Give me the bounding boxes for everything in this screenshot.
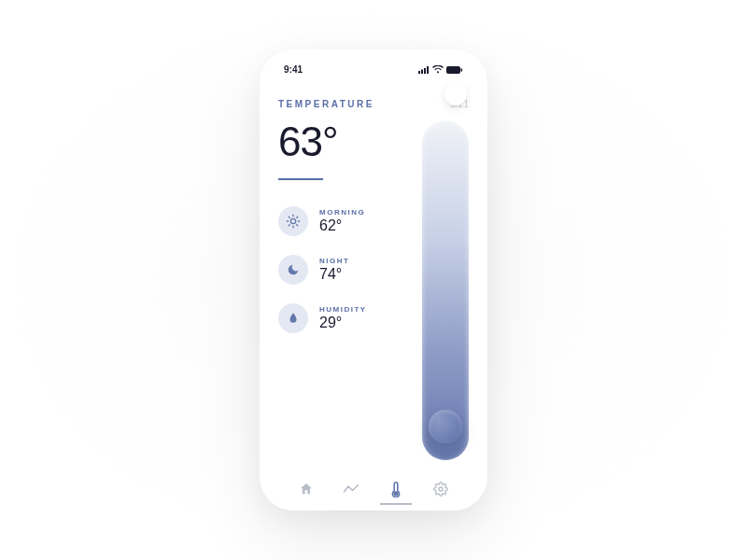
svg-point-15 — [394, 492, 398, 496]
tab-bar — [278, 471, 469, 497]
home-icon — [299, 482, 314, 497]
metric-label: MORNING — [319, 208, 365, 217]
chart-icon — [343, 483, 359, 496]
current-temperature: 63° — [278, 119, 405, 165]
metric-humidity[interactable]: HUMIDITY 29° — [278, 303, 405, 333]
wifi-icon — [432, 65, 444, 74]
svg-rect-5 — [461, 68, 463, 72]
thermometer-icon — [390, 481, 402, 497]
left-column: 63° MORNING 62° NIGHT 74° — [278, 117, 405, 468]
svg-rect-2 — [424, 68, 426, 74]
tab-thermostat[interactable] — [377, 481, 415, 497]
tab-settings[interactable] — [422, 482, 459, 497]
status-time: 9:41 — [284, 64, 303, 75]
metric-value: 29° — [319, 314, 367, 331]
content: 63° MORNING 62° NIGHT 74° — [278, 117, 469, 468]
header: TEMPERATURE 5/21 — [278, 99, 469, 109]
svg-point-6 — [290, 218, 295, 223]
gear-icon — [433, 482, 448, 497]
phone-frame: 9:41 TEMPERATURE 5/21 63° MORNING 62° — [260, 49, 487, 511]
metric-morning[interactable]: MORNING 62° — [278, 206, 405, 236]
battery-icon — [446, 66, 463, 74]
svg-rect-1 — [421, 69, 423, 74]
svg-point-16 — [439, 487, 443, 491]
svg-rect-3 — [427, 66, 429, 74]
svg-line-14 — [297, 217, 298, 217]
svg-line-10 — [297, 225, 298, 226]
metric-label: HUMIDITY — [319, 305, 367, 315]
title-underline — [278, 178, 323, 180]
metric-night[interactable]: NIGHT 74° — [278, 255, 405, 285]
status-indicators — [418, 65, 463, 74]
metric-label: NIGHT — [319, 257, 349, 266]
profile-button[interactable] — [444, 83, 467, 105]
metric-value: 62° — [319, 217, 365, 234]
metric-value: 74° — [319, 265, 349, 283]
page-title: TEMPERATURE — [278, 99, 374, 109]
active-tab-underline — [380, 503, 412, 505]
tab-analytics[interactable] — [332, 483, 370, 496]
sun-icon — [278, 206, 308, 236]
signal-icon — [418, 66, 430, 74]
svg-rect-0 — [418, 71, 420, 74]
moon-icon — [278, 255, 308, 285]
status-bar: 9:41 — [278, 63, 469, 75]
droplet-icon — [278, 303, 308, 333]
temperature-slider-column — [422, 117, 469, 468]
svg-rect-4 — [446, 66, 460, 74]
svg-line-9 — [289, 217, 289, 217]
temperature-slider[interactable] — [422, 120, 469, 460]
slider-knob[interactable] — [429, 410, 462, 443]
tab-home[interactable] — [288, 482, 325, 497]
svg-line-13 — [289, 225, 289, 226]
